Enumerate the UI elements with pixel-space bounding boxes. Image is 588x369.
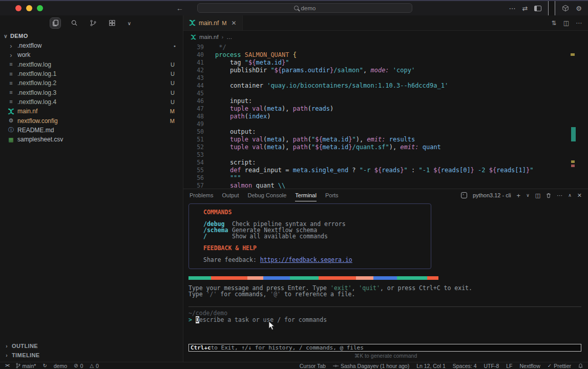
split-terminal-icon[interactable]: ◫ bbox=[535, 193, 540, 198]
panel-tab-debug-console[interactable]: Debug Console bbox=[248, 189, 287, 201]
status-eol[interactable]: LF bbox=[506, 363, 512, 369]
scrollbar-thumb[interactable] bbox=[571, 127, 576, 141]
status-indentation[interactable]: Spaces: 4 bbox=[453, 363, 477, 369]
line-number: 57 bbox=[183, 182, 204, 189]
explorer-item-samplesheet[interactable]: ▦samplesheet.csv bbox=[0, 135, 183, 144]
status-language-mode[interactable]: Nextflow bbox=[520, 363, 540, 369]
explorer-item-log2[interactable]: ≡.nextflow.log.2U bbox=[0, 78, 183, 88]
more-actions-icon[interactable]: ⋯ bbox=[509, 5, 515, 12]
shortcut-help-input[interactable]: Ctrl+c to Exit, ↑/↓ for history, / comma… bbox=[188, 344, 581, 352]
sync-arrows-icon[interactable]: ⇄ bbox=[522, 5, 528, 12]
outline-section[interactable]: › OUTLINE bbox=[0, 341, 183, 351]
command-name[interactable]: / bbox=[203, 233, 232, 239]
command-center-search[interactable]: demo bbox=[197, 3, 412, 13]
status-git-blame[interactable]: Sasha Dagayev (1 hour ago) bbox=[333, 363, 409, 369]
root-folder-name: DEMO bbox=[10, 33, 28, 39]
split-editor-icon[interactable]: ◫ bbox=[563, 20, 569, 26]
terminal-profile-icon bbox=[461, 192, 467, 198]
back-icon[interactable]: ← bbox=[176, 4, 183, 12]
source-control-view-icon[interactable] bbox=[88, 18, 98, 28]
kill-terminal-icon[interactable] bbox=[546, 193, 551, 198]
file-name: work bbox=[17, 51, 30, 58]
explorer-view-icon[interactable] bbox=[50, 18, 60, 28]
gradient-segment bbox=[427, 276, 438, 280]
chat-prompt[interactable]: > D escribe a task or use / for commands bbox=[188, 316, 327, 323]
explorer-item-log0[interactable]: ≡.nextflow.logU bbox=[0, 60, 183, 69]
explorer-item-log1[interactable]: ≡.nextflow.log.1U bbox=[0, 69, 183, 78]
status-errors-count[interactable]: ⊘0 bbox=[74, 363, 83, 369]
status-formatter[interactable]: ✓Prettier bbox=[548, 363, 571, 369]
more-actions-icon[interactable]: ⋯ bbox=[557, 193, 562, 198]
status-notifications[interactable] bbox=[578, 363, 583, 368]
editor-area: main.nf M ✕ ⇅ ◫ ⋯ main.nf › … 39 bbox=[183, 15, 588, 362]
command-name[interactable]: /schema bbox=[203, 227, 232, 233]
zoom-window-button[interactable] bbox=[37, 5, 43, 11]
explorer-item-main-nf[interactable]: main.nfM bbox=[0, 107, 183, 116]
code-line-46: 46 input: bbox=[183, 97, 588, 105]
chevron-down-icon[interactable]: ∨ bbox=[526, 193, 530, 198]
code-text: path(index) bbox=[204, 113, 270, 120]
status-remote-indicator[interactable]: >< bbox=[5, 363, 9, 368]
tab-main-nf[interactable]: main.nf M ✕ bbox=[183, 15, 243, 30]
modified-dot: ● bbox=[174, 44, 176, 48]
terminal-shell-label[interactable]: python3.12 - cli bbox=[473, 192, 511, 198]
prompt-char: > bbox=[188, 316, 192, 323]
status-encoding[interactable]: UTF-8 bbox=[484, 363, 499, 369]
panel-tab-terminal[interactable]: Terminal bbox=[295, 189, 317, 201]
terminal-view[interactable]: COMMANDS /debugCheck pipeline syntax and… bbox=[183, 201, 588, 362]
status-cursor-pos[interactable]: Ln 12, Col 1 bbox=[416, 363, 446, 369]
feedback-link[interactable]: https://feedback.seqera.io bbox=[260, 256, 352, 263]
breadcrumb-symbol[interactable]: … bbox=[226, 34, 233, 40]
panel-tab-ports[interactable]: Ports bbox=[325, 189, 339, 201]
explorer-item-log3[interactable]: ≡.nextflow.log.3U bbox=[0, 88, 183, 97]
explorer-item-readme[interactable]: ⓘREADME.md bbox=[0, 126, 183, 135]
breadcrumb-file[interactable]: main.nf bbox=[199, 34, 219, 40]
log-icon: ≡ bbox=[8, 80, 14, 86]
timeline-section[interactable]: › TIMELINE bbox=[0, 351, 183, 360]
close-panel-icon[interactable]: ✕ bbox=[577, 193, 582, 198]
panel-tab-output[interactable]: Output bbox=[222, 189, 239, 201]
explorer-root-header[interactable]: ∨ DEMO bbox=[0, 31, 183, 41]
git-status-badge: U bbox=[171, 80, 175, 86]
git-status-badge: M bbox=[170, 118, 175, 124]
status-workspace-demo[interactable]: demo bbox=[54, 363, 67, 369]
explorer-item-work-folder[interactable]: ›work bbox=[0, 50, 183, 59]
compare-changes-icon[interactable]: ⇅ bbox=[552, 20, 557, 26]
overview-ruler-mark bbox=[571, 165, 575, 167]
more-actions-icon[interactable]: ⋯ bbox=[576, 20, 582, 26]
maximize-panel-icon[interactable]: ∧ bbox=[568, 193, 572, 198]
tab-bar: main.nf M ✕ ⇅ ◫ ⋯ bbox=[183, 15, 588, 31]
search-view-icon[interactable] bbox=[69, 18, 79, 28]
status-warnings-count[interactable]: △0 bbox=[90, 363, 99, 369]
extensions-view-icon[interactable] bbox=[107, 18, 117, 28]
explorer-item-nextflow-config[interactable]: ⚙nextflow.configM bbox=[0, 116, 183, 125]
new-terminal-icon[interactable]: + bbox=[517, 192, 521, 199]
git-status-badge: U bbox=[171, 71, 175, 77]
status-cursor-tab[interactable]: Cursor Tab bbox=[300, 363, 326, 369]
line-number: 41 bbox=[183, 59, 204, 67]
breadcrumb[interactable]: main.nf › … bbox=[183, 31, 588, 43]
cube-icon[interactable] bbox=[562, 5, 569, 12]
code-text: process SALMON_QUANT { bbox=[204, 51, 297, 59]
chevron-down-icon: ∨ bbox=[3, 33, 8, 39]
explorer-item-log4[interactable]: ≡.nextflow.log.4U bbox=[0, 97, 183, 107]
code-line-54: 54 script: bbox=[183, 159, 588, 167]
more-views-chevron-icon[interactable]: ∨ bbox=[126, 19, 133, 28]
code-text bbox=[204, 151, 215, 159]
file-name: .nextflow.log.1 bbox=[17, 70, 56, 77]
code-line-41: 41 tag "${meta.id}" bbox=[183, 59, 588, 67]
line-number: 55 bbox=[183, 167, 204, 174]
explorer-item-nextflow-folder[interactable]: ›.nextflow● bbox=[0, 41, 183, 50]
minimize-window-button[interactable] bbox=[26, 5, 32, 11]
toggle-sidebar-icon[interactable] bbox=[534, 6, 541, 11]
log-icon: ≡ bbox=[8, 71, 14, 77]
code-editor[interactable]: 39 */40process SALMON_QUANT {41 tag "${m… bbox=[183, 43, 588, 189]
status-git-branch[interactable]: main* bbox=[16, 363, 36, 369]
line-number: 46 bbox=[183, 97, 204, 105]
close-window-button[interactable] bbox=[15, 5, 22, 11]
branch-icon bbox=[16, 363, 20, 368]
tab-close-icon[interactable]: ✕ bbox=[232, 19, 237, 27]
panel-tab-problems[interactable]: Problems bbox=[190, 189, 213, 201]
settings-gear-icon[interactable]: ⚙ bbox=[576, 5, 582, 12]
status-git-sync[interactable]: ↻ bbox=[43, 363, 47, 368]
